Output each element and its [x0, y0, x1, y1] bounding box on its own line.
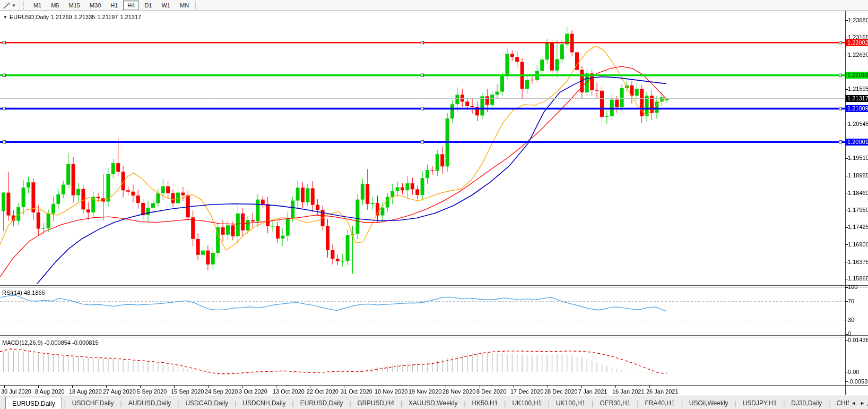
chart-tab-uk100-h1[interactable]: UK100,H1	[506, 396, 548, 409]
price-axis-tick: 1.16900	[848, 241, 868, 248]
chart-tab-fra40-h1[interactable]: FRA40,H1	[639, 396, 681, 409]
date-axis-label: 5 Sep 2020	[137, 388, 167, 395]
hline-price-tag: 1.23002	[846, 39, 868, 46]
ohlc-high: 1.21335	[74, 14, 96, 20]
timeframe-button-m5[interactable]: M5	[47, 1, 63, 10]
hline-price-tag: 1.20001	[846, 139, 868, 146]
date-axis-label: 13 Oct 2020	[273, 388, 305, 395]
ohlc-low: 1.21197	[97, 14, 118, 20]
date-axis-label: 18 Aug 2020	[69, 388, 102, 395]
price-axis-tick: 1.15865	[848, 275, 868, 282]
date-axis-label: 31 Oct 2020	[341, 388, 372, 395]
tab-scroll-right-icon[interactable]: ►	[860, 401, 865, 406]
ohlc-close: 1.21317	[120, 14, 141, 20]
timeframe-button-mn[interactable]: MN	[176, 1, 193, 10]
price-axis-tick: 1.20545	[848, 121, 868, 127]
tab-scroll-left-icon[interactable]: ◄	[851, 401, 856, 406]
toolbar-separator	[195, 1, 196, 10]
price-axis-tick: 1.17425	[848, 224, 868, 231]
chart-tab-usdjpy-h1[interactable]: USDJPY,H1	[736, 396, 783, 409]
date-axis-label: 7 Jan 2021	[578, 388, 607, 395]
timeframe-button-m1[interactable]: M1	[29, 1, 46, 10]
chart-tab-xauusd-weekly[interactable]: XAUUSD,Weekly	[402, 396, 464, 409]
rsi-axis-tick: 70	[848, 298, 868, 305]
price-axis-tick: 1.17950	[848, 207, 868, 214]
date-axis-label: 10 Nov 2020	[375, 388, 407, 395]
price-axis-tick: 1.18460	[848, 190, 868, 197]
date-axis-label: 22 Oct 2020	[307, 388, 338, 395]
date-axis-label: 15 Sep 2020	[171, 388, 204, 395]
price-axis-tick: 1.22630	[848, 52, 868, 58]
timeframe-button-h1[interactable]: H1	[106, 1, 122, 10]
chart-tab-dj30-daily[interactable]: DJ30,Daily	[785, 396, 828, 409]
draw-line-tool-icon[interactable]	[2, 1, 11, 10]
date-axis-label: 3 Oct 2020	[239, 388, 267, 395]
macd-axis-tick: 0.00	[848, 369, 868, 376]
collapse-chart-icon[interactable]: ▼	[3, 15, 7, 20]
date-axis-label: 8 Aug 2020	[35, 388, 65, 395]
macd-axis-tick: 0.014384	[848, 337, 868, 344]
price-axis-tick: 1.19510	[848, 155, 868, 161]
price-axis-tick: 1.16375	[848, 259, 868, 266]
timeframe-button-w1[interactable]: W1	[157, 1, 175, 10]
ohlc-open: 1.21269	[51, 14, 72, 20]
tool-dropdown-caret[interactable]: ▼	[12, 3, 16, 8]
date-axis-label: 28 Dec 2020	[544, 388, 577, 395]
current-price-tag: 1.21317	[846, 95, 868, 102]
macd-axis-tick: -0.00539	[848, 378, 868, 385]
mt4-terminal: { "toolbar": { "tool_icon": "draw-line-t…	[0, 0, 868, 409]
toolbar-grip[interactable]	[23, 2, 26, 9]
timeframe-buttons: M1M5M15M30H1H4D1W1MN	[29, 2, 194, 8]
date-axis-label: 27 Aug 2020	[103, 388, 136, 395]
toolbar: ▼ M1M5M15M30H1H4D1W1MN	[0, 0, 868, 11]
price-axis-tick: 1.18985	[848, 172, 868, 179]
price-axis-tick: 1.23680	[848, 17, 868, 24]
date-axis-label: 28 Nov 2020	[442, 388, 475, 395]
macd-values: -0.000854 -0.000815	[44, 339, 98, 346]
chart-tab-uk100-h1[interactable]: UK100,H1	[550, 396, 592, 409]
symbol-label: EURUSD,Daily	[10, 14, 49, 20]
date-axis-label: 16 Jan 2021	[612, 388, 645, 395]
date-axis-label: 19 Nov 2020	[409, 388, 441, 395]
date-axis-label: 30 Jul 2020	[1, 388, 31, 395]
chart-tab-usdcad-daily[interactable]: USDCAD,Daily	[179, 396, 235, 409]
hline-price-tag: 1.21009	[846, 105, 868, 112]
chart-tab-gbpusd-h4[interactable]: GBPUSD,H4	[351, 396, 401, 409]
chart-tab-ger30-h1[interactable]: GER30,H1	[593, 396, 637, 409]
chart-tab-eurusd-daily[interactable]: EURUSD,Daily	[5, 397, 62, 409]
price-chart-canvas[interactable]	[0, 0, 868, 409]
rsi-axis-tick: 30	[848, 317, 868, 323]
date-axis-label: 17 Dec 2020	[510, 388, 543, 395]
toolbar-separator	[20, 1, 20, 10]
timeframe-button-m30[interactable]: M30	[85, 1, 105, 10]
timeframe-button-d1[interactable]: D1	[140, 1, 156, 10]
hline-price-tag: 1.22016	[846, 72, 868, 79]
chart-tab-audusd-daily[interactable]: AUDUSD,Daily	[122, 396, 178, 409]
chart-header: ▼ EURUSD,Daily 1.21269 1.21335 1.21197 1…	[3, 14, 141, 20]
date-axis-label: 8 Dec 2020	[476, 388, 506, 395]
date-axis-label: 26 Jan 2021	[646, 388, 679, 395]
price-axis-tick: 1.21595	[848, 86, 868, 92]
timeframe-button-h4[interactable]: H4	[123, 1, 139, 10]
chart-tab-usdchf-daily[interactable]: USDCHF,Daily	[66, 396, 120, 409]
rsi-value: 48.1865	[24, 289, 45, 296]
rsi-label: RSI(14) 48.1865	[2, 289, 45, 296]
date-axis-label: 24 Sep 2020	[205, 388, 238, 395]
chart-tab-usdcnh-daily[interactable]: USDCNH,Daily	[236, 396, 292, 409]
rsi-axis-tick: 100	[848, 284, 868, 291]
tab-scroll-buttons: ◄►	[849, 396, 867, 409]
chart-tab-bar: EURUSD,Daily|USDCHF,Daily|AUDUSD,Daily|U…	[0, 396, 868, 409]
chart-tab-hk50-h1[interactable]: HK50,H1	[466, 396, 505, 409]
timeframe-button-m15[interactable]: M15	[64, 1, 84, 10]
macd-label: MACD(12,26,9) -0.000854 -0.000815	[2, 339, 99, 346]
chart-tab-usoil-weekly[interactable]: USOil,Weekly	[683, 396, 735, 409]
chart-tab-eurusd-daily[interactable]: EURUSD,Daily	[294, 396, 350, 409]
